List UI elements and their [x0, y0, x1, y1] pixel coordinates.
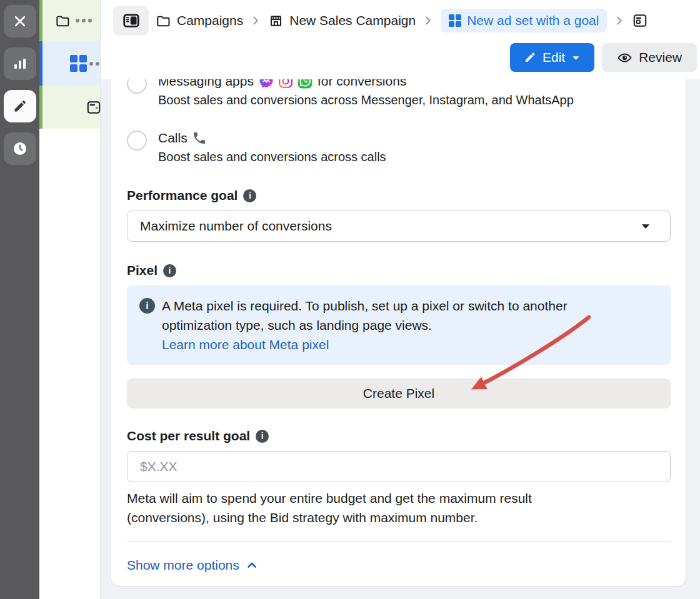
chevron-up-icon: [246, 559, 258, 572]
eye-icon: [617, 50, 632, 66]
whatsapp-icon: [297, 79, 313, 89]
performance-goal-label-text: Performance goal: [127, 188, 238, 203]
goal-option-desc: Boost sales and conversions across Messe…: [158, 92, 574, 109]
info-icon[interactable]: i: [256, 430, 269, 443]
adset-grid-icon: [70, 55, 87, 72]
performance-goal-label: Performance goal i: [127, 188, 671, 203]
pencil-icon: [12, 99, 28, 114]
breadcrumb-label: New ad set with a goal: [467, 13, 599, 28]
goal-option-title: Messaging apps: [158, 79, 254, 91]
sidebar-toggle-icon: [122, 11, 141, 30]
info-icon[interactable]: i: [243, 189, 256, 202]
pencil-icon: [524, 51, 536, 64]
adset-settings-scroll-area: Messaging apps: [101, 79, 700, 599]
goal-option-text: Calls Boost sales and conversions across…: [158, 129, 386, 166]
storefront-icon: [268, 13, 284, 29]
ads-manager-app: Campaigns New Sales Campaign New ad: [0, 0, 700, 599]
show-more-options-link[interactable]: Show more options: [127, 558, 258, 573]
edit-button-label: Edit: [542, 50, 565, 65]
review-button[interactable]: Review: [602, 43, 697, 72]
phone-icon: [192, 131, 207, 146]
ad-accent-bar: [39, 86, 42, 129]
structure-sidebar: [39, 0, 101, 599]
goal-option-title-suffix: for conversions: [318, 79, 406, 91]
campaign-accent-bar: [39, 0, 42, 41]
create-pixel-button[interactable]: Create Pixel: [127, 379, 671, 408]
pixel-label: Pixel i: [127, 263, 671, 278]
goal-option-text: Messaging apps: [158, 79, 574, 109]
info-icon[interactable]: i: [163, 264, 176, 277]
pixel-required-notice: i A Meta pixel is required. To publish, …: [127, 285, 671, 365]
sidebar-item-ad[interactable]: [39, 86, 100, 129]
sidebar-item-adset[interactable]: [39, 41, 100, 86]
main-panel: Campaigns New Sales Campaign New ad: [101, 0, 700, 599]
breadcrumb-label: Campaigns: [177, 13, 243, 28]
clock-icon: [11, 140, 29, 157]
calls-radio[interactable]: [127, 131, 147, 151]
show-more-options-label: Show more options: [127, 558, 239, 573]
instagram-icon: [278, 79, 294, 89]
learn-more-link[interactable]: Learn more about Meta pixel: [162, 335, 329, 354]
grid-icon: [449, 14, 461, 27]
adset-menu-icon[interactable]: [89, 62, 99, 66]
section-divider: [127, 541, 671, 542]
sidebar-toggle-button[interactable]: [113, 6, 149, 36]
goal-option-messaging-apps: Messaging apps: [127, 79, 671, 109]
performance-goal-value: Maximize number of conversions: [140, 219, 332, 234]
top-bar: Campaigns New Sales Campaign New ad: [101, 0, 700, 79]
bar-chart-icon: [12, 56, 28, 72]
chevron-right-icon: [250, 15, 261, 26]
close-button[interactable]: [4, 5, 36, 37]
breadcrumb-campaigns[interactable]: Campaigns: [156, 13, 243, 29]
info-icon: i: [139, 298, 155, 314]
messaging-apps-radio[interactable]: [127, 79, 147, 94]
campaign-menu-icon[interactable]: [76, 19, 92, 22]
history-button[interactable]: [4, 132, 36, 165]
pixel-notice-text: A Meta pixel is required. To publish, se…: [162, 299, 568, 332]
breadcrumb-label: New Sales Campaign: [289, 13, 416, 28]
edit-button[interactable]: Edit: [510, 43, 594, 72]
cost-per-result-label: Cost per result goal i: [127, 428, 671, 443]
edit-tool-button[interactable]: [4, 90, 36, 122]
insights-button[interactable]: [4, 47, 36, 80]
goal-option-calls: Calls Boost sales and conversions across…: [127, 129, 671, 166]
breadcrumb-campaign-name[interactable]: New Sales Campaign: [268, 13, 416, 29]
cost-per-result-label-text: Cost per result goal: [127, 428, 250, 443]
pixel-label-text: Pixel: [127, 263, 158, 278]
chevron-right-icon: [422, 15, 434, 26]
conversion-settings-card: Messaging apps: [111, 79, 686, 586]
review-button-label: Review: [639, 50, 682, 65]
ad-icon: [86, 99, 102, 116]
breadcrumb-adset-name[interactable]: New ad set with a goal: [441, 9, 607, 32]
close-icon: [12, 14, 28, 29]
cost-help-text: Meta will aim to spend your entire budge…: [127, 488, 592, 527]
folder-icon: [156, 13, 171, 29]
adset-accent-bar: [39, 41, 42, 86]
performance-goal-select[interactable]: Maximize number of conversions: [127, 210, 671, 242]
breadcrumb: Campaigns New Sales Campaign New ad: [101, 0, 700, 36]
messaging-app-icons: [258, 79, 313, 89]
caret-down-icon: [571, 53, 581, 62]
sidebar-item-campaign[interactable]: [39, 0, 100, 41]
left-icon-rail: [0, 0, 39, 599]
cost-per-result-input[interactable]: [127, 451, 671, 482]
caret-down-icon: [640, 220, 651, 232]
ad-icon: [632, 12, 648, 29]
goal-option-desc: Boost sales and conversions across calls: [158, 149, 386, 166]
goal-option-title: Calls: [158, 129, 188, 147]
folder-icon: [55, 13, 71, 29]
action-buttons: Edit Review: [510, 43, 697, 72]
chevron-right-icon: [614, 15, 625, 26]
messenger-icon: [258, 79, 274, 89]
